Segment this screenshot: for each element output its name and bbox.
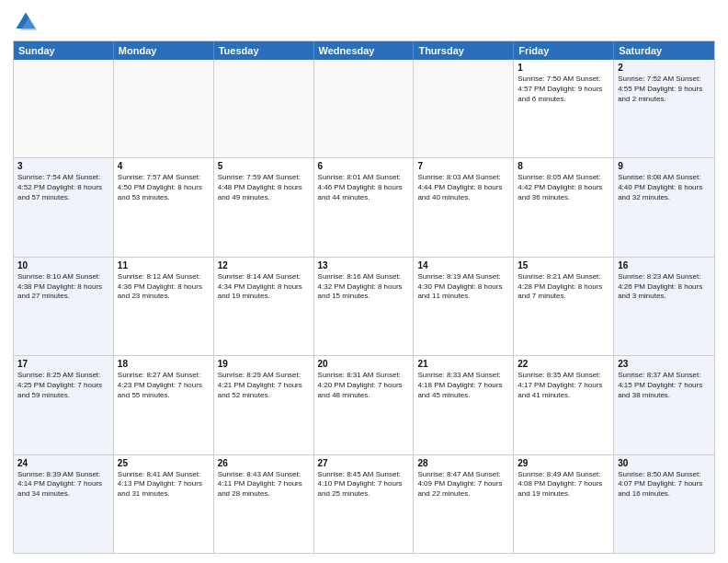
header-cell-thursday: Thursday: [414, 41, 514, 60]
day-cell-11: 11Sunrise: 8:12 AM Sunset: 4:36 PM Dayli…: [114, 258, 214, 355]
cell-info: Sunrise: 8:41 AM Sunset: 4:13 PM Dayligh…: [118, 470, 210, 500]
header-cell-sunday: Sunday: [14, 41, 114, 60]
calendar-row-5: 24Sunrise: 8:39 AM Sunset: 4:14 PM Dayli…: [14, 454, 714, 553]
day-number: 27: [318, 458, 410, 468]
day-cell-19: 19Sunrise: 8:29 AM Sunset: 4:21 PM Dayli…: [214, 356, 314, 454]
cell-info: Sunrise: 7:59 AM Sunset: 4:48 PM Dayligh…: [218, 173, 310, 202]
empty-cell: [214, 60, 314, 157]
header-cell-tuesday: Tuesday: [214, 41, 314, 60]
day-number: 9: [618, 161, 711, 171]
empty-cell: [314, 60, 415, 157]
day-cell-12: 12Sunrise: 8:14 AM Sunset: 4:34 PM Dayli…: [214, 258, 314, 355]
calendar-row-4: 17Sunrise: 8:25 AM Sunset: 4:25 PM Dayli…: [14, 355, 714, 454]
calendar: SundayMondayTuesdayWednesdayThursdayFrid…: [13, 40, 715, 554]
cell-info: Sunrise: 8:50 AM Sunset: 4:07 PM Dayligh…: [618, 470, 711, 500]
day-number: 10: [17, 260, 109, 270]
day-cell-25: 25Sunrise: 8:41 AM Sunset: 4:13 PM Dayli…: [114, 455, 214, 553]
day-cell-6: 6Sunrise: 8:01 AM Sunset: 4:46 PM Daylig…: [314, 158, 415, 256]
cell-info: Sunrise: 8:39 AM Sunset: 4:14 PM Dayligh…: [17, 470, 109, 500]
cell-info: Sunrise: 7:57 AM Sunset: 4:50 PM Dayligh…: [118, 173, 210, 202]
day-cell-1: 1Sunrise: 7:50 AM Sunset: 4:57 PM Daylig…: [514, 60, 614, 157]
calendar-row-3: 10Sunrise: 8:10 AM Sunset: 4:38 PM Dayli…: [14, 257, 714, 355]
day-cell-14: 14Sunrise: 8:19 AM Sunset: 4:30 PM Dayli…: [414, 258, 514, 355]
day-number: 1: [518, 63, 609, 73]
day-cell-27: 27Sunrise: 8:45 AM Sunset: 4:10 PM Dayli…: [314, 455, 415, 553]
day-number: 23: [618, 359, 711, 369]
cell-info: Sunrise: 8:08 AM Sunset: 4:40 PM Dayligh…: [618, 173, 711, 202]
cell-info: Sunrise: 7:54 AM Sunset: 4:52 PM Dayligh…: [17, 173, 109, 202]
day-cell-18: 18Sunrise: 8:27 AM Sunset: 4:23 PM Dayli…: [114, 356, 214, 454]
calendar-row-2: 3Sunrise: 7:54 AM Sunset: 4:52 PM Daylig…: [14, 157, 714, 256]
day-number: 13: [318, 260, 410, 270]
empty-cell: [414, 60, 514, 157]
calendar-row-1: 1Sunrise: 7:50 AM Sunset: 4:57 PM Daylig…: [14, 60, 714, 157]
day-number: 20: [318, 359, 410, 369]
day-cell-3: 3Sunrise: 7:54 AM Sunset: 4:52 PM Daylig…: [14, 158, 114, 256]
calendar-body: 1Sunrise: 7:50 AM Sunset: 4:57 PM Daylig…: [14, 60, 714, 553]
cell-info: Sunrise: 8:12 AM Sunset: 4:36 PM Dayligh…: [118, 272, 210, 302]
header-cell-friday: Friday: [514, 41, 614, 60]
cell-info: Sunrise: 8:37 AM Sunset: 4:15 PM Dayligh…: [618, 371, 711, 400]
day-number: 14: [417, 260, 509, 270]
day-cell-5: 5Sunrise: 7:59 AM Sunset: 4:48 PM Daylig…: [214, 158, 314, 256]
day-cell-30: 30Sunrise: 8:50 AM Sunset: 4:07 PM Dayli…: [614, 455, 714, 553]
cell-info: Sunrise: 7:50 AM Sunset: 4:57 PM Dayligh…: [518, 75, 609, 104]
day-cell-23: 23Sunrise: 8:37 AM Sunset: 4:15 PM Dayli…: [614, 356, 714, 454]
day-number: 29: [518, 458, 609, 468]
day-number: 11: [118, 260, 210, 270]
day-number: 12: [218, 260, 310, 270]
day-cell-10: 10Sunrise: 8:10 AM Sunset: 4:38 PM Dayli…: [14, 258, 114, 355]
cell-info: Sunrise: 8:45 AM Sunset: 4:10 PM Dayligh…: [318, 470, 410, 500]
cell-info: Sunrise: 8:25 AM Sunset: 4:25 PM Dayligh…: [17, 371, 109, 400]
logo-icon: [13, 9, 39, 35]
day-number: 4: [118, 161, 210, 171]
cell-info: Sunrise: 8:27 AM Sunset: 4:23 PM Dayligh…: [118, 371, 210, 400]
day-number: 28: [417, 458, 509, 468]
header: [13, 9, 715, 35]
day-cell-29: 29Sunrise: 8:49 AM Sunset: 4:08 PM Dayli…: [514, 455, 614, 553]
header-cell-wednesday: Wednesday: [314, 41, 415, 60]
day-cell-13: 13Sunrise: 8:16 AM Sunset: 4:32 PM Dayli…: [314, 258, 415, 355]
day-number: 25: [118, 458, 210, 468]
day-number: 19: [218, 359, 310, 369]
cell-info: Sunrise: 8:31 AM Sunset: 4:20 PM Dayligh…: [318, 371, 410, 400]
day-cell-7: 7Sunrise: 8:03 AM Sunset: 4:44 PM Daylig…: [414, 158, 514, 256]
empty-cell: [14, 60, 114, 157]
day-number: 8: [518, 161, 609, 171]
day-cell-17: 17Sunrise: 8:25 AM Sunset: 4:25 PM Dayli…: [14, 356, 114, 454]
day-number: 5: [218, 161, 310, 171]
day-number: 15: [518, 260, 609, 270]
day-number: 22: [518, 359, 609, 369]
day-number: 24: [17, 458, 109, 468]
day-cell-26: 26Sunrise: 8:43 AM Sunset: 4:11 PM Dayli…: [214, 455, 314, 553]
day-number: 17: [17, 359, 109, 369]
day-cell-20: 20Sunrise: 8:31 AM Sunset: 4:20 PM Dayli…: [314, 356, 415, 454]
day-cell-2: 2Sunrise: 7:52 AM Sunset: 4:55 PM Daylig…: [614, 60, 714, 157]
cell-info: Sunrise: 8:23 AM Sunset: 4:26 PM Dayligh…: [618, 272, 711, 302]
calendar-header: SundayMondayTuesdayWednesdayThursdayFrid…: [14, 41, 714, 60]
day-cell-4: 4Sunrise: 7:57 AM Sunset: 4:50 PM Daylig…: [114, 158, 214, 256]
day-cell-8: 8Sunrise: 8:05 AM Sunset: 4:42 PM Daylig…: [514, 158, 614, 256]
cell-info: Sunrise: 8:14 AM Sunset: 4:34 PM Dayligh…: [218, 272, 310, 302]
day-number: 7: [417, 161, 509, 171]
day-number: 2: [618, 63, 711, 73]
cell-info: Sunrise: 8:10 AM Sunset: 4:38 PM Dayligh…: [17, 272, 109, 302]
cell-info: Sunrise: 8:35 AM Sunset: 4:17 PM Dayligh…: [518, 371, 609, 400]
cell-info: Sunrise: 8:49 AM Sunset: 4:08 PM Dayligh…: [518, 470, 609, 500]
day-number: 6: [318, 161, 410, 171]
cell-info: Sunrise: 8:01 AM Sunset: 4:46 PM Dayligh…: [318, 173, 410, 202]
day-cell-9: 9Sunrise: 8:08 AM Sunset: 4:40 PM Daylig…: [614, 158, 714, 256]
cell-info: Sunrise: 7:52 AM Sunset: 4:55 PM Dayligh…: [618, 75, 711, 104]
page: SundayMondayTuesdayWednesdayThursdayFrid…: [0, 0, 728, 563]
cell-info: Sunrise: 8:19 AM Sunset: 4:30 PM Dayligh…: [417, 272, 509, 302]
day-number: 30: [618, 458, 711, 468]
header-cell-monday: Monday: [114, 41, 214, 60]
cell-info: Sunrise: 8:21 AM Sunset: 4:28 PM Dayligh…: [518, 272, 609, 302]
cell-info: Sunrise: 8:33 AM Sunset: 4:18 PM Dayligh…: [417, 371, 509, 400]
day-cell-28: 28Sunrise: 8:47 AM Sunset: 4:09 PM Dayli…: [414, 455, 514, 553]
day-number: 3: [17, 161, 109, 171]
cell-info: Sunrise: 8:29 AM Sunset: 4:21 PM Dayligh…: [218, 371, 310, 400]
header-cell-saturday: Saturday: [614, 41, 714, 60]
day-cell-22: 22Sunrise: 8:35 AM Sunset: 4:17 PM Dayli…: [514, 356, 614, 454]
day-cell-16: 16Sunrise: 8:23 AM Sunset: 4:26 PM Dayli…: [614, 258, 714, 355]
